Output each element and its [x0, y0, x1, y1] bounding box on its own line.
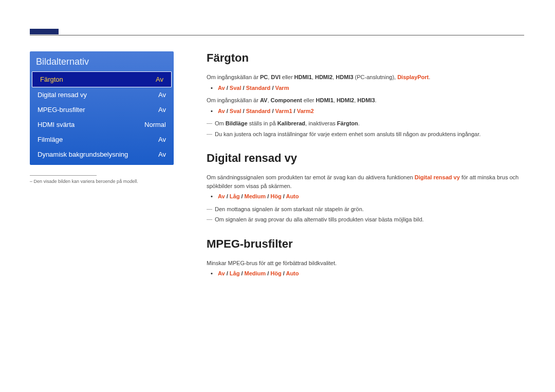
fargton-line2: Om ingångskällan är AV, Component eller …: [207, 96, 525, 105]
section-mpeg-brusfilter: MPEG-brusfilter Minskar MPEG-brus för at…: [207, 237, 525, 278]
section-heading: Färgton: [207, 51, 525, 65]
menu-item-fargton[interactable]: Färgton Av: [32, 71, 172, 87]
mpeg-options: Av / Låg / Medium / Hög / Auto: [207, 269, 525, 278]
section-heading: MPEG-brusfilter: [207, 237, 525, 251]
section-digital-rensad-vy: Digital rensad vy Om sändningssignalen s…: [207, 152, 525, 224]
header-accent-bar: [30, 29, 59, 34]
menu-item-value: Av: [156, 76, 163, 83]
menu-item-label: Dynamisk bakgrundsbelysning: [38, 151, 128, 158]
fargton-notes: Om Bildläge ställs in på Kalibrerad, ina…: [207, 119, 525, 138]
osd-menu-bildalternativ: Bildalternativ Färgton Av Digital rensad…: [30, 51, 174, 165]
fargton-note1: Om Bildläge ställs in på Kalibrerad, ina…: [207, 119, 525, 128]
fargton-options2: Av / Sval / Standard / Varm1 / Varm2: [207, 107, 525, 116]
menu-item-label: Färgton: [40, 76, 63, 83]
left-column: Bildalternativ Färgton Av Digital rensad…: [30, 51, 174, 291]
fargton-options1: Av / Sval / Standard / Varm: [207, 84, 525, 92]
right-column: Färgton Om ingångskällan är PC, DVI elle…: [207, 51, 525, 291]
fargton-note2: Du kan justera och lagra inställningar f…: [207, 130, 525, 139]
section-fargton: Färgton Om ingångskällan är PC, DVI elle…: [207, 51, 525, 138]
menu-item-label: HDMI svärta: [38, 121, 75, 128]
menu-item-dynamisk-bakgrundsbelysning[interactable]: Dynamisk bakgrundsbelysning Av: [30, 147, 174, 162]
menu-item-filmlage[interactable]: Filmläge Av: [30, 132, 174, 147]
drv-options: Av / Låg / Medium / Hög / Auto: [207, 192, 525, 201]
menu-item-label: Digital rensad vy: [38, 91, 87, 99]
drv-option-line: Av / Låg / Medium / Hög / Auto: [218, 192, 525, 201]
menu-item-mpeg-brusfilter[interactable]: MPEG-brusfilter Av: [30, 102, 174, 117]
drv-desc: Om sändningssignalen som produkten tar e…: [207, 173, 525, 190]
drv-note2: Om signalen är svag provar du alla alter…: [207, 215, 525, 224]
mpeg-desc: Minskar MPEG-brus för att ge förbättrad …: [207, 259, 525, 268]
menu-item-value: Av: [158, 136, 166, 143]
menu-item-value: Av: [158, 151, 166, 158]
menu-item-label: MPEG-brusfilter: [38, 106, 85, 114]
drv-note1: Den mottagna signalen är som starkast nä…: [207, 205, 525, 214]
menu-item-hdmi-svarta[interactable]: HDMI svärta Normal: [30, 117, 174, 132]
content-area: Bildalternativ Färgton Av Digital rensad…: [30, 51, 525, 291]
fargton-option-line1: Av / Sval / Standard / Varm: [218, 84, 525, 92]
menu-item-value: Normal: [144, 121, 166, 128]
menu-item-label: Filmläge: [38, 136, 63, 143]
fargton-line1: Om ingångskällan är PC, DVI eller HDMI1,…: [207, 73, 525, 82]
drv-notes: Den mottagna signalen är som starkast nä…: [207, 205, 525, 224]
footnote-text: Den visade bilden kan variera beroende p…: [30, 179, 174, 184]
footnote-rule: [30, 175, 97, 176]
menu-item-value: Av: [158, 91, 166, 99]
menu-item-value: Av: [158, 106, 166, 114]
fargton-option-line2: Av / Sval / Standard / Varm1 / Varm2: [218, 107, 525, 116]
header-divider: [30, 35, 524, 35]
osd-menu-title: Bildalternativ: [30, 51, 174, 71]
section-heading: Digital rensad vy: [207, 152, 525, 165]
mpeg-option-line: Av / Låg / Medium / Hög / Auto: [218, 269, 525, 278]
menu-item-digital-rensad-vy[interactable]: Digital rensad vy Av: [30, 87, 174, 102]
